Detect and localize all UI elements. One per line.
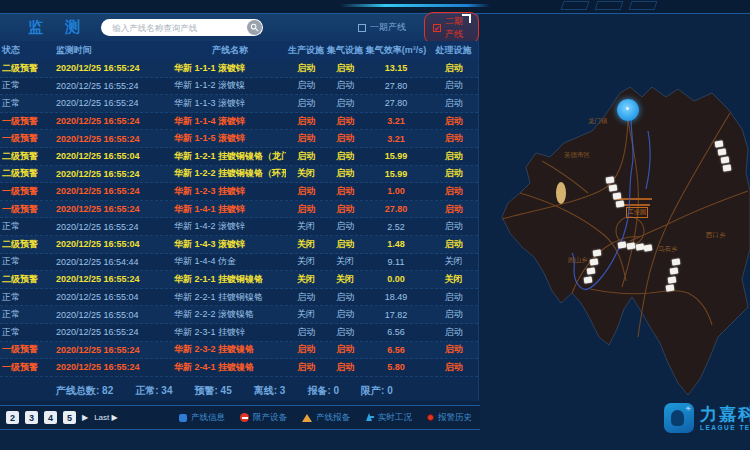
table-row[interactable]: 一级预警2020/12/25 16:55:24华新 1-4-1 挂镀锌启动启动2… — [0, 201, 478, 219]
company-logo[interactable]: 力嘉科技 LEAGUE TECH — [664, 403, 750, 433]
facility-marker-icon[interactable] — [672, 258, 681, 265]
table-row[interactable]: 正常2020/12/25 16:55:24华新 2-3-1 挂镀锌启动启动6.5… — [0, 324, 478, 342]
facility-marker-icon[interactable] — [715, 140, 724, 147]
legend-item[interactable]: 限产设备 — [240, 412, 287, 424]
checkbox-icon[interactable] — [358, 24, 366, 32]
region-map[interactable]: 龙门镇英德市区西口乡乌石乡园山乡工业园 — [480, 41, 750, 430]
production-facility-cell: 启动 — [286, 291, 326, 304]
table-row[interactable]: 一级预警2020/12/25 16:55:24华新 2-4-1 挂镀镍铬启动启动… — [0, 359, 478, 377]
search-input[interactable] — [110, 21, 245, 34]
gas-efficiency-cell: 27.80 — [364, 81, 428, 91]
table-row[interactable]: 正常2020/12/25 16:55:04华新 2-2-1 挂镀铜镍铬启动启动1… — [0, 289, 478, 307]
legend-item[interactable]: 实时工况 — [365, 412, 412, 424]
line-name-cell: 华新 1-4-4 仿金 — [174, 255, 286, 268]
page-title: 监 测 — [28, 18, 89, 37]
status-cell: 一级预警 — [0, 361, 56, 374]
gas-collection-cell: 启动 — [326, 326, 364, 339]
table-row[interactable]: 正常2020/12/25 16:54:44华新 1-4-4 仿金关闭关闭9.11… — [0, 254, 478, 272]
map-place-label: 英德市区 — [564, 151, 590, 160]
facility-marker-icon[interactable] — [584, 276, 593, 283]
page-button[interactable]: 3 — [25, 411, 38, 424]
table-row[interactable]: 二级预警2020/12/25 16:55:24华新 1-1-1 滚镀锌启动启动1… — [0, 60, 478, 78]
line-name-cell: 华新 1-2-3 挂镀锌 — [174, 185, 286, 198]
page-last-button[interactable]: Last ▶ — [94, 413, 118, 422]
time-cell: 2020/12/25 16:55:04 — [56, 292, 174, 302]
status-cell: 二级预警 — [0, 150, 56, 163]
legend-item[interactable]: 产线信息 — [179, 412, 225, 424]
gas-efficiency-cell: 13.15 — [364, 63, 428, 73]
facility-marker-icon[interactable] — [718, 148, 727, 155]
logo-name-en: LEAGUE TECH — [700, 424, 750, 431]
phase1-toggle[interactable]: 一期产线 — [358, 21, 406, 34]
page-button[interactable]: 5 — [63, 411, 76, 424]
facility-marker-icon[interactable] — [644, 244, 653, 251]
cyan-accent-line — [340, 4, 490, 7]
facility-marker-icon[interactable] — [721, 156, 730, 163]
gas-collection-cell: 启动 — [326, 220, 364, 233]
facility-marker-icon[interactable] — [590, 258, 599, 265]
treatment-facility-cell: 启动 — [428, 115, 479, 128]
gas-collection-cell: 启动 — [326, 132, 364, 145]
treatment-facility-cell: 启动 — [428, 79, 479, 92]
table-row[interactable]: 二级预警2020/12/25 16:55:24华新 2-1-1 挂镀铜镍铬关闭关… — [0, 271, 478, 289]
table-body: 二级预警2020/12/25 16:55:24华新 1-1-1 滚镀锌启动启动1… — [0, 60, 478, 377]
production-facility-cell: 启动 — [286, 97, 326, 110]
industrial-park-label: 工业园 — [626, 207, 648, 218]
bottom-bar: 2345▶Last ▶ 产线信息限产设备产线报备实时工况报警历史 — [0, 405, 485, 430]
page-button[interactable]: 4 — [44, 411, 57, 424]
time-cell: 2020/12/25 16:54:44 — [56, 257, 174, 267]
table-row[interactable]: 二级预警2020/12/25 16:55:04华新 1-2-1 挂镀铜镍铬（龙门… — [0, 148, 478, 166]
treatment-facility-cell: 启动 — [428, 361, 479, 374]
table-row[interactable]: 一级预警2020/12/25 16:55:24华新 2-3-2 挂镀镍铬启动启动… — [0, 342, 478, 360]
search-box[interactable] — [101, 19, 263, 36]
time-cell: 2020/12/25 16:55:24 — [56, 345, 174, 355]
page-next-button[interactable]: ▶ — [82, 413, 88, 422]
table-row[interactable]: 一级预警2020/12/25 16:55:24华新 1-1-5 滚镀锌启动启动3… — [0, 130, 478, 148]
realtime-derrick-icon — [365, 413, 374, 422]
line-name-cell: 华新 1-1-3 滚镀锌 — [174, 97, 286, 110]
production-facility-cell: 关闭 — [286, 255, 326, 268]
legend-item[interactable]: 报警历史 — [427, 412, 472, 424]
facility-marker-icon[interactable] — [723, 164, 732, 171]
alarm-dot-icon — [427, 414, 434, 421]
restrict-circle-icon — [240, 413, 249, 422]
table-row[interactable]: 正常2020/12/25 16:55:24华新 1-1-2 滚镀镍启动启动27.… — [0, 78, 478, 96]
production-facility-cell: 启动 — [286, 326, 326, 339]
line-name-cell: 华新 1-2-2 挂镀铜镍铬（环形线） — [174, 167, 286, 180]
table-row[interactable]: 二级预警2020/12/25 16:55:24华新 1-2-2 挂镀铜镍铬（环形… — [0, 166, 478, 184]
col-treatment-facility: 处理设施 — [428, 44, 479, 57]
table-row[interactable]: 二级预警2020/12/25 16:55:04华新 1-4-3 滚镀锌关闭启动1… — [0, 236, 478, 254]
status-cell: 正常 — [0, 97, 56, 110]
facility-marker-icon[interactable] — [606, 176, 615, 183]
facility-marker-icon[interactable] — [668, 276, 677, 283]
treatment-facility-cell: 关闭 — [428, 273, 479, 286]
facility-marker-icon[interactable] — [613, 192, 622, 199]
time-cell: 2020/12/25 16:55:04 — [56, 239, 174, 249]
summary-item: 限产: 0 — [361, 384, 393, 398]
table-row[interactable]: 一级预警2020/12/25 16:55:24华新 1-1-4 滚镀锌启动启动3… — [0, 113, 478, 131]
table-row[interactable]: 一级预警2020/12/25 16:55:24华新 1-2-3 挂镀锌启动启动1… — [0, 183, 478, 201]
line-name-cell: 华新 1-2-1 挂镀铜镍铬（龙门线） — [174, 150, 286, 163]
selected-site-marker-icon[interactable] — [617, 99, 639, 121]
checkbox-checked-icon[interactable]: ✔ — [433, 24, 441, 32]
treatment-facility-cell: 启动 — [428, 167, 479, 180]
facility-marker-icon[interactable] — [587, 267, 596, 274]
table-row[interactable]: 正常2020/12/25 16:55:24华新 1-1-3 滚镀锌启动启动27.… — [0, 95, 478, 113]
page-button[interactable]: 2 — [6, 411, 19, 424]
facility-marker-icon[interactable] — [627, 242, 636, 249]
line-name-cell: 华新 2-3-2 挂镀镍铬 — [174, 343, 286, 356]
facility-marker-icon[interactable] — [616, 200, 625, 207]
table-row[interactable]: 正常2020/12/25 16:55:04华新 2-2-2 滚镀镍铬关闭启动17… — [0, 306, 478, 324]
table-row[interactable]: 正常2020/12/25 16:55:24华新 1-4-2 滚镀锌关闭启动2.5… — [0, 218, 478, 236]
facility-marker-icon[interactable] — [609, 184, 618, 191]
gas-collection-cell: 启动 — [326, 343, 364, 356]
gas-collection-cell: 启动 — [326, 308, 364, 321]
facility-marker-icon[interactable] — [618, 241, 627, 248]
facility-marker-icon[interactable] — [670, 267, 679, 274]
facility-marker-icon[interactable] — [666, 284, 675, 291]
search-icon[interactable] — [247, 20, 262, 35]
map-place-label: 园山乡 — [568, 256, 588, 265]
legend-item[interactable]: 产线报备 — [302, 412, 350, 424]
facility-marker-icon[interactable] — [593, 249, 602, 256]
treatment-facility-cell: 启动 — [428, 150, 479, 163]
